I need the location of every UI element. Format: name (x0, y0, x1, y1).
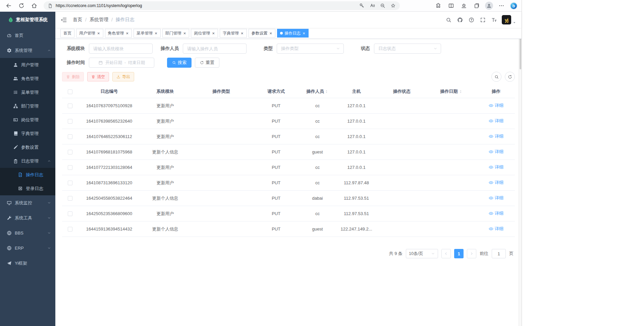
tab-menu-mgmt[interactable]: 菜单管理× (133, 29, 161, 38)
avatar-icon[interactable] (485, 2, 493, 10)
detail-link[interactable]: 详细 (489, 149, 503, 155)
url-text[interactable]: https://ccnetcore.com:1101/system/log/op… (56, 3, 142, 8)
tab-close-icon[interactable]: × (269, 31, 273, 36)
page-size-select[interactable]: 10条/页 (406, 249, 438, 258)
detail-link[interactable]: 详细 (489, 210, 503, 216)
sidebar-item-user-mgmt[interactable]: 用户管理 (0, 58, 55, 72)
date-range-picker[interactable]: 开始日期 - 结束日期 (89, 58, 154, 68)
hamburger-icon[interactable] (61, 17, 67, 23)
breadcrumb-item[interactable]: 首页 (73, 17, 82, 23)
prev-page-button[interactable] (441, 249, 451, 258)
row-checkbox[interactable] (68, 104, 72, 108)
sidebar-item-post-mgmt[interactable]: 岗位管理 (0, 113, 55, 127)
tab-dept-mgmt[interactable]: 部门管理× (162, 29, 190, 38)
extensions-icon[interactable] (434, 1, 443, 10)
sidebar-item-login-log[interactable]: 登录日志 (0, 182, 55, 195)
zoom-icon[interactable] (380, 3, 385, 8)
detail-link[interactable]: 详细 (489, 180, 503, 186)
sidebar-item-erp[interactable]: ERP (0, 241, 55, 256)
fullscreen-icon[interactable] (480, 17, 486, 23)
tab-close-icon[interactable]: × (183, 31, 186, 36)
favorite-star-icon[interactable] (390, 3, 396, 8)
reset-button[interactable]: 重置 (195, 58, 219, 68)
detail-link[interactable]: 详细 (489, 226, 503, 232)
split-screen-icon[interactable] (447, 1, 455, 10)
user-menu[interactable]: yj (502, 15, 516, 24)
row-checkbox[interactable] (68, 181, 72, 185)
sidebar-item-system-tools[interactable]: 系统工具 (0, 210, 55, 225)
sort-icon[interactable] (459, 89, 463, 94)
sidebar-item-param-settings[interactable]: 参数设置 (0, 140, 55, 154)
status-filter-select[interactable]: 日志状态 (374, 44, 441, 54)
sidebar-item-dept-mgmt[interactable]: 部门管理 (0, 99, 55, 113)
search-button[interactable]: 搜索 (167, 58, 192, 68)
clear-button[interactable]: 清空 (87, 72, 109, 81)
read-aloud-icon[interactable] (370, 3, 375, 8)
tab-param-settings[interactable]: 参数设置× (249, 29, 276, 38)
type-filter-select[interactable]: 操作类型 (277, 44, 344, 54)
sidebar-item-oper-log[interactable]: 操作日志 (0, 168, 55, 182)
tab-role-mgmt[interactable]: 角色管理× (105, 29, 132, 38)
sidebar-item-system-monitor[interactable]: 系统监控 (0, 195, 55, 210)
tab-user-mgmt[interactable]: 用户管理× (76, 29, 103, 38)
export-button[interactable]: 导出 (112, 72, 134, 81)
breadcrumb-item[interactable]: 系统管理 (90, 17, 108, 23)
column-header-date[interactable]: 操作日期 (425, 85, 477, 98)
next-page-button[interactable] (467, 249, 476, 258)
tab-close-icon[interactable]: × (154, 31, 158, 36)
question-icon[interactable] (469, 17, 474, 23)
detail-link[interactable]: 详细 (489, 195, 503, 201)
tab-close-icon[interactable]: × (302, 31, 306, 36)
detail-link[interactable]: 详细 (489, 164, 503, 170)
back-icon[interactable] (4, 1, 13, 10)
collections-icon[interactable] (472, 1, 481, 10)
sidebar-item-home[interactable]: 首页 (0, 28, 55, 43)
sidebar-item-role-mgmt[interactable]: 角色管理 (0, 72, 55, 85)
page-number-1[interactable]: 1 (454, 249, 464, 258)
tab-dict-mgmt[interactable]: 字典管理× (220, 29, 247, 38)
sidebar-item-bbs[interactable]: BBS (0, 225, 55, 241)
row-checkbox[interactable] (68, 134, 72, 139)
tab-close-icon[interactable]: × (126, 31, 129, 36)
fontsize-icon[interactable] (491, 17, 497, 23)
row-checkbox[interactable] (68, 196, 72, 201)
sidebar-item-yi-framework[interactable]: Yi框架 (0, 256, 55, 271)
address-bar[interactable]: https://ccnetcore.com:1101/system/log/op… (44, 1, 400, 10)
search-icon[interactable] (446, 17, 451, 23)
tab-oper-log[interactable]: 操作日志× (277, 29, 309, 38)
sort-icon[interactable] (325, 89, 328, 94)
sidebar-item-log-mgmt[interactable]: 日志管理 (0, 154, 55, 168)
tab-close-icon[interactable]: × (212, 31, 215, 36)
row-checkbox[interactable] (68, 165, 72, 170)
tab-close-icon[interactable]: × (240, 31, 244, 36)
refresh-table-button[interactable] (505, 72, 515, 82)
delete-button[interactable]: 删除 (62, 72, 84, 81)
toggle-search-button[interactable] (491, 72, 501, 82)
refresh-icon[interactable] (17, 1, 26, 10)
detail-link[interactable]: 详细 (489, 133, 503, 139)
detail-link[interactable]: 详细 (489, 118, 503, 124)
detail-link[interactable]: 详细 (489, 103, 503, 109)
tab-home[interactable]: 首页 (60, 29, 74, 38)
row-checkbox[interactable] (68, 211, 72, 216)
bing-icon[interactable]: b (510, 2, 518, 10)
key-icon[interactable] (359, 3, 365, 8)
sidebar-item-dict-mgmt[interactable]: 字典管理 (0, 127, 55, 140)
home-icon[interactable] (30, 1, 39, 10)
row-checkbox[interactable] (68, 119, 72, 124)
module-filter-input[interactable] (89, 44, 153, 54)
operator-filter-input[interactable] (183, 44, 247, 54)
tab-post-mgmt[interactable]: 岗位管理× (191, 29, 218, 38)
window-scrollbar[interactable] (519, 12, 522, 326)
github-icon[interactable] (457, 17, 463, 23)
favorites-icon[interactable] (460, 1, 468, 10)
row-checkbox[interactable] (68, 150, 72, 154)
tab-close-icon[interactable]: × (97, 31, 100, 36)
select-all-checkbox[interactable] (68, 89, 72, 94)
sidebar-item-menu-mgmt[interactable]: 菜单管理 (0, 85, 55, 99)
more-icon[interactable] (497, 1, 506, 10)
sidebar-item-system-mgmt[interactable]: 系统管理 (0, 43, 55, 58)
row-checkbox[interactable] (68, 227, 72, 232)
goto-page-input[interactable] (492, 249, 506, 258)
column-header-operator[interactable]: 操作人员 (301, 85, 335, 98)
